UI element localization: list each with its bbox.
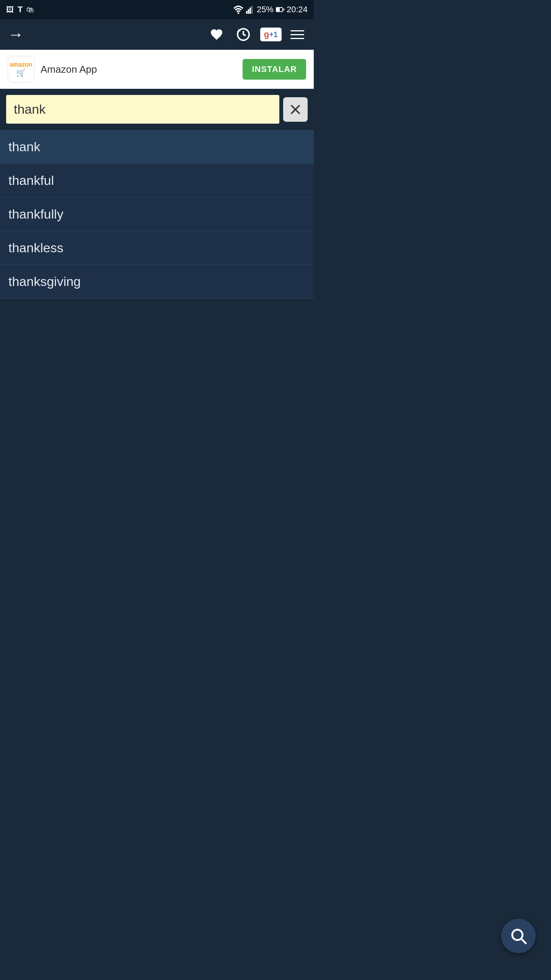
nav-left: → bbox=[8, 25, 24, 44]
battery-icon bbox=[276, 5, 284, 14]
shop-status-icon: 🛍 bbox=[26, 5, 34, 14]
search-input[interactable] bbox=[6, 95, 279, 124]
svg-rect-6 bbox=[277, 8, 280, 11]
suggestion-text-2: thankfully bbox=[8, 207, 64, 222]
time-display: 20:24 bbox=[287, 5, 308, 15]
ad-banner: amazon 🛒 Amazon App INSTALAR bbox=[0, 50, 314, 89]
menu-line-3 bbox=[290, 38, 304, 39]
nav-right: g +1 bbox=[207, 24, 306, 44]
svg-rect-2 bbox=[248, 9, 249, 14]
suggestion-text-4: thanksgiving bbox=[8, 274, 81, 289]
search-box-container bbox=[0, 89, 314, 130]
suggestion-text-3: thankless bbox=[8, 240, 64, 255]
suggestion-item-1[interactable]: thankful bbox=[0, 164, 314, 198]
status-icons: 25% 20:24 bbox=[233, 5, 308, 15]
wifi-icon bbox=[233, 5, 244, 14]
text-status-icon: T bbox=[18, 5, 23, 15]
clear-button[interactable] bbox=[283, 97, 308, 122]
image-status-icon: 🖼 bbox=[6, 5, 14, 14]
amazon-cart-icon: 🛒 bbox=[16, 68, 26, 77]
battery-text: 25% bbox=[257, 5, 274, 15]
ad-logo: amazon 🛒 bbox=[8, 56, 34, 83]
gplus-button[interactable]: g +1 bbox=[260, 28, 282, 41]
menu-button[interactable] bbox=[289, 28, 306, 41]
suggestions-list: thank thankful thankfully thankless than… bbox=[0, 130, 314, 299]
menu-line-1 bbox=[290, 30, 304, 31]
suggestion-item-0[interactable]: thank bbox=[0, 130, 314, 164]
suggestion-text-0: thank bbox=[8, 139, 40, 154]
empty-area bbox=[0, 299, 314, 490]
favorites-button[interactable] bbox=[207, 24, 227, 44]
suggestion-item-2[interactable]: thankfully bbox=[0, 198, 314, 231]
svg-rect-3 bbox=[249, 8, 251, 14]
history-button[interactable] bbox=[233, 24, 253, 44]
amazon-text: amazon bbox=[10, 61, 33, 68]
x-icon bbox=[290, 104, 301, 115]
svg-rect-4 bbox=[251, 6, 253, 14]
signal-icon bbox=[246, 5, 254, 14]
ad-left: amazon 🛒 Amazon App bbox=[8, 56, 97, 83]
back-button[interactable]: → bbox=[8, 25, 24, 44]
menu-line-2 bbox=[290, 34, 304, 35]
amazon-logo: amazon 🛒 bbox=[10, 61, 33, 77]
ad-app-name: Amazon App bbox=[41, 64, 97, 75]
svg-rect-1 bbox=[246, 11, 248, 14]
status-left-icons: 🖼 T 🛍 bbox=[6, 5, 34, 15]
nav-bar: → g +1 bbox=[0, 19, 314, 50]
suggestion-text-1: thankful bbox=[8, 173, 54, 188]
suggestion-item-3[interactable]: thankless bbox=[0, 231, 314, 265]
suggestion-item-4[interactable]: thanksgiving bbox=[0, 265, 314, 299]
gplus-plus-label: +1 bbox=[269, 30, 278, 39]
svg-point-0 bbox=[238, 12, 240, 14]
install-button[interactable]: INSTALAR bbox=[243, 59, 306, 80]
gplus-g-label: g bbox=[264, 29, 269, 39]
status-bar: 🖼 T 🛍 25% 20:24 bbox=[0, 0, 314, 19]
